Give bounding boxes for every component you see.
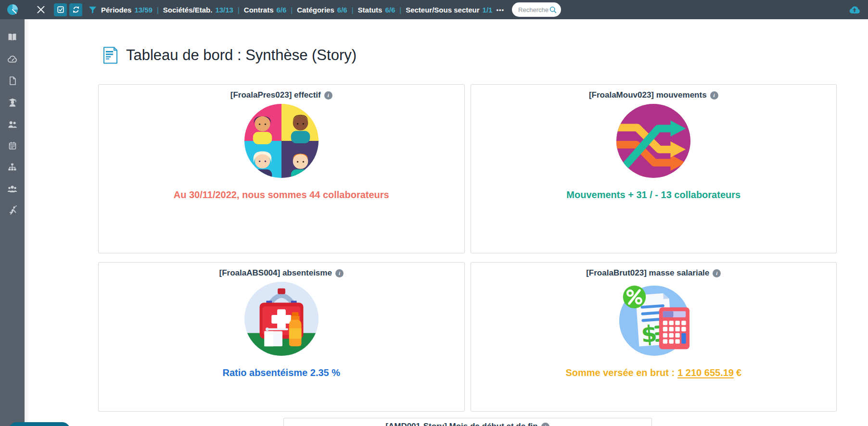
search-icon[interactable]: [549, 6, 557, 14]
search-input[interactable]: [518, 6, 549, 13]
users-icon: [7, 119, 18, 129]
filter-separator: |: [291, 6, 293, 14]
card-caption: Au 30/11/2022, nous sommes 44 collaborat…: [99, 189, 464, 200]
pie-logo-icon: [6, 3, 19, 16]
sidebar-item-employees[interactable]: [0, 113, 25, 135]
info-icon[interactable]: i: [710, 91, 718, 100]
info-icon[interactable]: i: [324, 91, 332, 100]
card-title: [AMD001-Story] Mois de début et de fin i: [284, 422, 651, 426]
info-icon[interactable]: i: [541, 423, 549, 426]
card-title: [FroalaMouv023] mouvements i: [471, 90, 837, 100]
filter-secteur[interactable]: Secteur/Sous secteur1/1: [406, 6, 492, 14]
sidebar-item-library[interactable]: [0, 26, 25, 48]
refresh-button[interactable]: [69, 3, 82, 16]
dashboard-grid: [FroalaPres023] effectif i: [98, 84, 837, 412]
filter-separator: |: [238, 6, 240, 14]
topbar: Périodes13/59 | Sociétés/Etab.13/13 | Co…: [0, 0, 868, 19]
close-button[interactable]: [35, 4, 47, 15]
select-all-button[interactable]: [54, 3, 67, 16]
card-amd001-partial: [AMD001-Story] Mois de début et de fin i: [283, 418, 652, 426]
filter-categories[interactable]: Catégories6/6: [297, 6, 347, 14]
card-title: [FroalaABS004] absenteisme i: [99, 268, 464, 278]
card-illustration: $: [471, 281, 837, 357]
page-header: Tableau de bord : Synthèse (Story): [103, 47, 868, 64]
filter-separator: |: [399, 6, 401, 14]
filter-separator: |: [157, 6, 159, 14]
filter-statuts[interactable]: Statuts6/6: [358, 6, 396, 14]
card-absenteisme: [FroalaABS004] absenteisme i: [98, 262, 465, 412]
card-title: [FroalaBrut023] masse salariale i: [471, 268, 837, 278]
filter-funnel-icon: [88, 5, 97, 14]
cloud-gauge-icon: [7, 54, 18, 64]
filter-periodes[interactable]: Périodes13/59: [101, 6, 153, 14]
card-illustration: [99, 103, 464, 179]
info-icon[interactable]: i: [335, 269, 344, 277]
filter-societes[interactable]: Sociétés/Etab.13/13: [163, 6, 233, 14]
card-effectif: [FroalaPres023] effectif i: [98, 84, 465, 253]
filter-toggle[interactable]: [88, 5, 97, 14]
card-caption: Ratio absentéisme 2.35 %: [99, 367, 464, 378]
hierarchy-icon: [7, 162, 17, 172]
checkbox-icon: [56, 5, 65, 14]
sidebar-item-activity[interactable]: [0, 200, 25, 221]
main-content: Tableau de bord : Synthèse (Story) [Froa…: [25, 19, 868, 426]
crossing-arrows-icon: [615, 103, 691, 179]
filter-contrats[interactable]: Contrats6/6: [244, 6, 287, 14]
close-icon: [36, 5, 46, 14]
card-masse-salariale: [FroalaBrut023] masse salariale i: [471, 262, 837, 412]
masse-salariale-value-link[interactable]: 1 210 655.19: [677, 367, 734, 378]
card-illustration: [471, 103, 837, 179]
filter-separator: |: [352, 6, 354, 14]
app-logo[interactable]: [0, 0, 25, 19]
graduate-icon: [7, 97, 18, 108]
card-caption: Somme versée en brut :1 210 655.19€: [471, 367, 837, 378]
refresh-icon: [72, 5, 80, 14]
cloud-upload-icon: [849, 5, 860, 14]
runner-icon: [7, 205, 18, 216]
sidebar-item-documents[interactable]: [0, 70, 25, 91]
group-icon: [7, 183, 18, 194]
card-caption: Mouvements + 31 / - 13 collaborateurs: [471, 189, 837, 200]
bottom-action-button[interactable]: [9, 422, 70, 426]
calendar-icon: [8, 141, 17, 150]
sidebar-item-training[interactable]: [0, 91, 25, 113]
people-quadrants-icon: [243, 103, 319, 179]
sidebar-item-organisation[interactable]: [0, 156, 25, 178]
page-title: Tableau de bord : Synthèse (Story): [126, 47, 357, 64]
info-icon[interactable]: i: [713, 269, 721, 277]
cloud-upload-button[interactable]: [849, 5, 860, 14]
report-document-icon: [103, 47, 118, 64]
book-icon: [7, 32, 17, 42]
sidebar-item-dashboard[interactable]: [0, 48, 25, 70]
card-mouvements: [FroalaMouv023] mouvements i: [471, 84, 837, 253]
card-illustration: [99, 281, 464, 357]
more-filters-button[interactable]: •••: [496, 6, 504, 13]
sidebar-item-teams[interactable]: [0, 178, 25, 200]
sidebar-item-calendar[interactable]: [0, 135, 25, 156]
sidebar: [0, 19, 25, 426]
document-icon: [8, 76, 17, 86]
invoice-calculator-icon: $: [615, 281, 691, 357]
first-aid-kit-icon: [243, 281, 319, 357]
filter-bar: Périodes13/59 | Sociétés/Etab.13/13 | Co…: [101, 6, 504, 14]
search-box[interactable]: [512, 2, 561, 17]
card-title: [FroalaPres023] effectif i: [99, 90, 464, 100]
